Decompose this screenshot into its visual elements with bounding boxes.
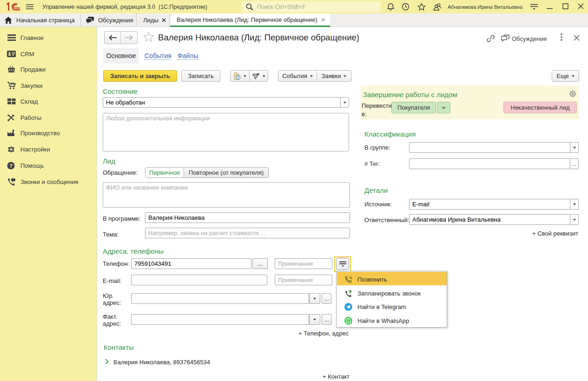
svg-text:?: ?	[9, 163, 13, 169]
